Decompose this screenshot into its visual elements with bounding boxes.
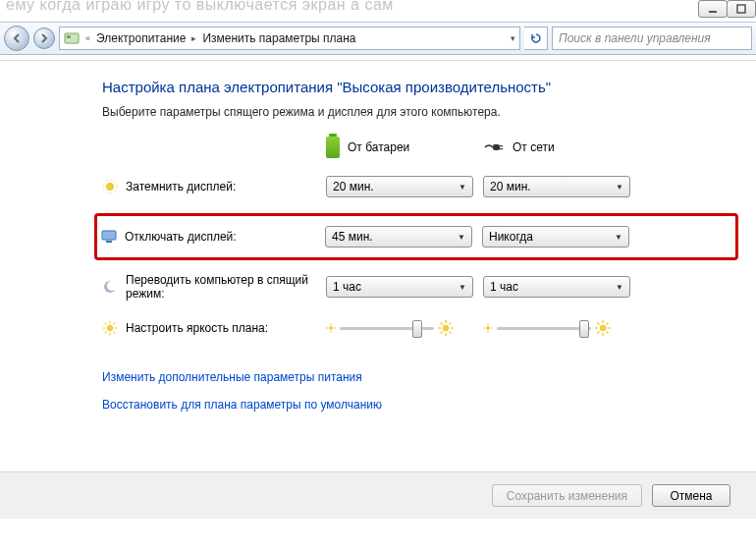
- sun-large-icon: [595, 320, 611, 336]
- svg-rect-5: [500, 145, 503, 146]
- page-subtitle: Выберите параметры спящего режима и дисп…: [102, 105, 730, 119]
- dropdown-value: Никогда: [489, 230, 533, 244]
- chevron-down-icon[interactable]: ▾: [511, 33, 515, 43]
- svg-line-18: [105, 323, 107, 325]
- sun-small-icon: [483, 323, 493, 333]
- svg-point-22: [329, 326, 333, 330]
- breadcrumb-bar[interactable]: « Электропитание ▸ Изменить параметры пл…: [59, 27, 520, 50]
- sun-icon: [102, 320, 118, 336]
- moon-icon: [102, 279, 118, 295]
- chevron-down-icon: ▼: [616, 183, 623, 192]
- sun-large-icon: [438, 320, 454, 336]
- battery-icon: [326, 137, 340, 158]
- off-ac-dropdown[interactable]: Никогда▼: [482, 226, 629, 248]
- restore-defaults-link[interactable]: Восстановить для плана параметры по умол…: [102, 398, 730, 412]
- svg-point-41: [600, 325, 607, 332]
- svg-point-12: [107, 281, 117, 291]
- refresh-button[interactable]: [524, 27, 548, 50]
- breadcrumb-item[interactable]: Изменить параметры плана: [202, 31, 355, 45]
- dropdown-value: 1 час: [333, 280, 361, 294]
- chevron-down-icon: ▼: [458, 233, 465, 242]
- svg-line-20: [114, 323, 116, 325]
- svg-rect-1: [737, 5, 745, 13]
- svg-point-7: [106, 183, 114, 191]
- forward-button[interactable]: [33, 28, 55, 49]
- advanced-settings-link[interactable]: Изменить дополнительные параметры питани…: [102, 370, 730, 384]
- svg-line-21: [105, 332, 107, 334]
- back-button[interactable]: [4, 26, 29, 51]
- minimize-button[interactable]: [698, 0, 728, 18]
- svg-line-34: [450, 323, 452, 325]
- search-placeholder: Поиск в панели управления: [559, 31, 711, 45]
- chevron-down-icon: ▼: [459, 283, 466, 292]
- svg-rect-10: [106, 241, 112, 243]
- maximize-button[interactable]: [727, 0, 756, 18]
- row-turn-off-display: Отключать дисплей: 45 мин.▼ Никогда▼: [101, 222, 731, 251]
- column-label-battery: От батареи: [348, 140, 409, 154]
- dropdown-value: 20 мин.: [490, 180, 531, 193]
- svg-rect-6: [500, 148, 503, 149]
- chevron-down-icon: ▼: [459, 183, 466, 192]
- off-battery-dropdown[interactable]: 45 мин.▼: [325, 226, 472, 248]
- svg-line-47: [607, 332, 609, 334]
- cancel-button[interactable]: Отмена: [652, 484, 730, 507]
- save-button[interactable]: Сохранить изменения: [492, 484, 642, 507]
- column-label-ac: От сети: [513, 140, 555, 154]
- background-text: ему когда играю игру то выключается экра…: [0, 0, 394, 14]
- row-brightness: Настроить яркость плана:: [102, 313, 730, 343]
- plug-icon: [483, 140, 505, 154]
- chevron-down-icon: ▼: [616, 283, 623, 292]
- svg-rect-0: [709, 11, 717, 13]
- sleep-battery-dropdown[interactable]: 1 час▼: [326, 276, 473, 298]
- highlight-annotation: Отключать дисплей: 45 мин.▼ Никогда▼: [94, 213, 738, 260]
- brightness-battery-slider[interactable]: [340, 318, 434, 338]
- chevron-down-icon: ▼: [615, 233, 622, 242]
- dim-ac-dropdown[interactable]: 20 мин.▼: [483, 176, 630, 197]
- svg-line-33: [450, 332, 452, 334]
- row-sleep: Переводить компьютер в спящий режим: 1 ч…: [102, 272, 730, 302]
- svg-rect-3: [67, 35, 71, 38]
- control-panel-icon: [64, 30, 80, 46]
- row-label: Отключать дисплей:: [125, 230, 237, 244]
- main-content: Настройка плана электропитания "Высокая …: [102, 79, 730, 425]
- window-controls: [699, 0, 756, 22]
- search-input[interactable]: Поиск в панели управления: [552, 27, 752, 50]
- dropdown-value: 20 мин.: [333, 180, 374, 193]
- page-title: Настройка плана электропитания "Высокая …: [102, 79, 730, 95]
- row-label: Затемнить дисплей:: [126, 180, 236, 193]
- row-label: Настроить яркость плана:: [126, 321, 268, 335]
- svg-point-36: [486, 326, 490, 330]
- chevron-right-icon: ▸: [191, 33, 196, 43]
- divider: [0, 55, 756, 61]
- button-bar: Сохранить изменения Отмена: [0, 471, 756, 519]
- sun-small-icon: [326, 323, 336, 333]
- dropdown-value: 1 час: [490, 280, 518, 294]
- breadcrumb-prefix: «: [85, 33, 90, 43]
- column-headers: От батареи От сети: [102, 137, 730, 158]
- breadcrumb-item[interactable]: Электропитание: [96, 31, 186, 45]
- dropdown-value: 45 мин.: [332, 230, 373, 244]
- sleep-ac-dropdown[interactable]: 1 час▼: [483, 276, 630, 298]
- svg-line-48: [607, 323, 609, 325]
- svg-line-19: [114, 332, 116, 334]
- svg-rect-4: [493, 144, 500, 150]
- svg-line-49: [598, 332, 600, 334]
- svg-point-13: [107, 325, 113, 331]
- svg-line-32: [441, 323, 443, 325]
- svg-point-27: [443, 325, 450, 332]
- address-bar-row: « Электропитание ▸ Изменить параметры пл…: [0, 22, 756, 55]
- svg-rect-9: [102, 231, 116, 240]
- row-dim-display: Затемнить дисплей: 20 мин.▼ 20 мин.▼: [102, 172, 730, 201]
- svg-line-35: [441, 332, 443, 334]
- brightness-ac-slider[interactable]: [497, 318, 591, 338]
- svg-line-46: [598, 323, 600, 325]
- row-label: Переводить компьютер в спящий режим:: [126, 273, 312, 301]
- links-section: Изменить дополнительные параметры питани…: [102, 370, 730, 412]
- dim-battery-dropdown[interactable]: 20 мин.▼: [326, 176, 473, 197]
- dim-icon: [102, 179, 118, 194]
- monitor-icon: [101, 229, 117, 245]
